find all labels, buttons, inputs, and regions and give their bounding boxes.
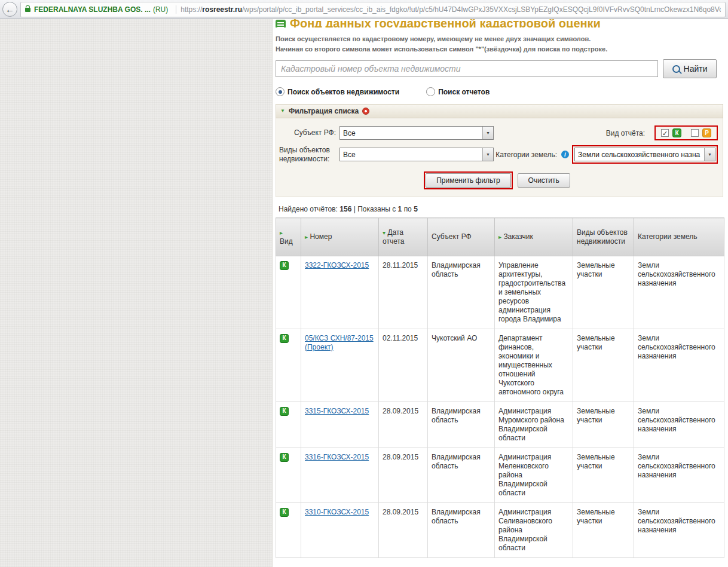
subject-label: Субъект РФ: — [276, 128, 336, 137]
subject-select[interactable]: Все ▼ — [339, 126, 494, 140]
report-object-types: Земельные участки — [573, 503, 634, 558]
lock-icon — [25, 8, 30, 12]
land-category-select[interactable]: Земли сельскохозяйственного назна ▼ — [574, 148, 715, 161]
apply-filter-button[interactable]: Применить фильтр — [426, 173, 510, 188]
header-subject[interactable]: Субъект РФ — [428, 218, 495, 256]
report-customer: Управление архитектуры, градостроительст… — [495, 256, 573, 329]
report-date: 02.11.2015 — [379, 329, 428, 402]
shown-label: Показаны с — [357, 205, 396, 213]
filter-buttons-row: Применить фильтр Очистить — [276, 171, 718, 189]
k-badge-icon: К — [280, 334, 289, 343]
header-vid[interactable]: ▸ Вид — [276, 218, 301, 256]
sort-arrow-down-icon: ▾ — [383, 229, 386, 236]
filter-required-icon — [362, 108, 369, 115]
report-subject: Владимирская область — [428, 448, 495, 503]
results-summary: Найдено отчётов: 156 | Показаны с 1 по 5 — [279, 205, 723, 213]
report-object-types: Земельные участки — [573, 402, 634, 448]
browser-toolbar: ← FEDERALNAYA SLUZHBA GOS. ... (RU) http… — [0, 0, 728, 19]
radio-search-reports[interactable]: Поиск отчетов — [426, 87, 490, 96]
page-title-icon — [276, 20, 286, 27]
checkbox-k[interactable]: ✓ — [661, 129, 669, 137]
report-link[interactable]: 3316-ГКОЗСХ-2015 — [305, 453, 369, 461]
report-customer: Администрация Селивановского района Влад… — [495, 503, 573, 558]
table-row: К 3310-ГКОЗСХ-2015 28.09.2015 Владимирск… — [276, 503, 724, 558]
k-badge-icon: К — [280, 407, 289, 416]
filter-section-header[interactable]: ▼ Фильтрация списка — [276, 104, 723, 118]
search-mode-radios: Поиск объектов недвижимости Поиск отчето… — [276, 87, 723, 96]
land-category-label: Категории земель: — [495, 151, 557, 159]
url-path: /wps/portal/p/cc_ib_portal_services/cc_i… — [242, 5, 721, 14]
search-hint-line2: Начиная со второго символа может использ… — [276, 44, 723, 54]
filter-section-title: Фильтрация списка — [289, 107, 359, 115]
subject-select-value: Все — [340, 129, 482, 137]
object-types-select[interactable]: Все ▼ — [339, 148, 494, 161]
chevron-down-icon[interactable]: ▼ — [482, 127, 493, 139]
report-link[interactable]: 3310-ГКОЗСХ-2015 — [305, 508, 369, 516]
report-subject: Владимирская область — [428, 402, 495, 448]
page-title: Фонд данных государственной кадастровой … — [290, 19, 601, 27]
header-object-types[interactable]: Виды объектов недвижимости — [573, 218, 634, 256]
address-bar[interactable]: FEDERALNAYA SLUZHBA GOS. ... (RU) https:… — [20, 2, 726, 17]
radio-search-objects[interactable]: Поиск объектов недвижимости — [276, 87, 399, 96]
info-icon[interactable]: i — [561, 151, 569, 158]
report-subject: Владимирская область — [428, 503, 495, 558]
found-label: Найдено отчётов: — [279, 205, 338, 213]
report-land-category: Земли сельскохозяйственного назначения — [634, 329, 724, 402]
annotation-highlight-report-type: ✓ К Р — [654, 125, 718, 140]
k-badge-icon: К — [280, 508, 289, 517]
report-customer: Администрация Муромского района Владимир… — [495, 402, 573, 448]
find-button[interactable]: Найти — [663, 59, 717, 78]
site-identity-region: (RU) — [153, 5, 168, 14]
filter-row-subject: Субъект РФ: Все ▼ Вид отчёта: ✓ К Р — [276, 125, 718, 140]
report-land-category: Земли сельскохозяйственного назначения — [634, 503, 724, 558]
sort-arrow-icon: ▸ — [280, 229, 283, 236]
k-badge-icon: К — [672, 128, 681, 137]
report-type-label: Вид отчёта: — [606, 129, 645, 137]
shown-from: 1 — [398, 205, 402, 213]
k-badge-icon: К — [280, 261, 289, 270]
found-count: 156 — [339, 205, 351, 213]
radio-objects-label: Поиск объектов недвижимости — [287, 88, 399, 96]
k-badge-icon: К — [280, 453, 289, 462]
radio-selected-icon — [276, 87, 285, 96]
chevron-down-icon[interactable]: ▼ — [704, 148, 715, 161]
report-link[interactable]: 05/КСЗ СХН/87-2015 (Проект) — [305, 334, 374, 351]
url-divider — [176, 5, 176, 14]
object-types-label: Виды объектов недвижимости: — [276, 146, 336, 164]
shown-to: 5 — [414, 205, 418, 213]
report-date: 28.09.2015 — [379, 448, 428, 503]
filter-row-types: Виды объектов недвижимости: Все ▼ Катего… — [276, 145, 718, 164]
page-title-clip: Фонд данных государственной кадастровой … — [276, 19, 723, 27]
report-date: 28.09.2015 — [379, 402, 428, 448]
report-land-category: Земли сельскохозяйственного назначения — [634, 402, 724, 448]
report-object-types: Земельные участки — [573, 448, 634, 503]
search-icon — [672, 65, 680, 73]
clear-filter-button[interactable]: Очистить — [518, 173, 570, 188]
sort-arrow-icon: ▸ — [305, 234, 308, 240]
radio-reports-label: Поиск отчетов — [438, 88, 490, 96]
back-button[interactable]: ← — [2, 2, 17, 17]
header-date[interactable]: ▾ Дата отчета — [379, 218, 428, 256]
report-link[interactable]: 3315-ГКОЗСХ-2015 — [305, 407, 369, 415]
report-link[interactable]: 3322-ГКОЗСХ-2015 — [305, 261, 369, 269]
search-hint: Поиск осуществляется по кадастровому ном… — [276, 34, 723, 54]
sort-arrow-icon: ▸ — [498, 234, 501, 240]
cadastral-number-input[interactable] — [276, 60, 658, 77]
table-row: К 3322-ГКОЗСХ-2015 28.11.2015 Владимирск… — [276, 256, 724, 329]
annotation-highlight-apply: Применить фильтр — [424, 171, 512, 189]
report-object-types: Земельные участки — [573, 329, 634, 402]
report-customer: Администрация Меленковского района Влади… — [495, 448, 573, 503]
results-separator: | — [354, 205, 356, 213]
report-object-types: Земельные участки — [573, 256, 634, 329]
search-hint-line1: Поиск осуществляется по кадастровому ном… — [276, 34, 723, 44]
land-category-select-value: Земли сельскохозяйственного назна — [575, 151, 704, 159]
header-number[interactable]: ▸ Номер — [301, 218, 379, 256]
site-identity-label: FEDERALNAYA SLUZHBA GOS. ... — [34, 5, 151, 14]
content-panel: Фонд данных государственной кадастровой … — [272, 19, 728, 567]
header-land-category[interactable]: Категории земель — [634, 218, 724, 256]
header-customer[interactable]: ▸ Заказчик — [495, 218, 573, 256]
checkbox-p[interactable] — [691, 129, 699, 137]
chevron-down-icon[interactable]: ▼ — [482, 148, 493, 161]
radio-unselected-icon — [426, 87, 435, 96]
report-land-category: Земли сельскохозяйственного назначения — [634, 256, 724, 329]
